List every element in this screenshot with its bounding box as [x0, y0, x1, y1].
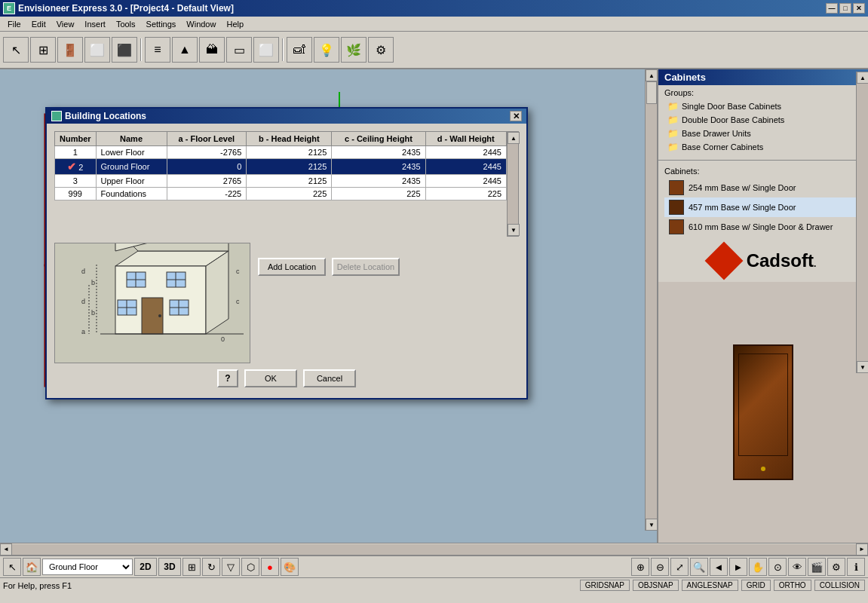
menu-help[interactable]: Help	[222, 18, 248, 30]
dialog-close-button[interactable]: ✕	[510, 111, 522, 121]
delete-location-button[interactable]: Delete Location	[332, 258, 400, 276]
tree-item-double-door[interactable]: 📁 Double Door Base Cabinets	[664, 113, 862, 127]
cabinet-item-610[interactable]: 610 mm Base w/ Single Door & Drawer	[664, 217, 862, 237]
furniture-tool[interactable]: 🛋	[287, 37, 312, 63]
table-row[interactable]: 999 Foundations -225 225 225 225	[55, 188, 507, 200]
rotate-btn[interactable]: ↻	[202, 558, 220, 576]
canvas-area[interactable]: ▲ ▼ Building Locations ✕	[0, 69, 657, 543]
cabinet-tool[interactable]: ▭	[226, 37, 252, 63]
table-row[interactable]: 1 Lower Floor -2765 2125 2435 2445	[55, 146, 507, 159]
row-wall-height: 2445	[425, 146, 506, 159]
row-name: Lower Floor	[96, 146, 167, 159]
2d-button[interactable]: 2D	[134, 558, 157, 576]
scroll-up-btn[interactable]: ▲	[646, 69, 657, 81]
collision-btn[interactable]: COLLISION	[814, 580, 865, 591]
select-tool[interactable]: ↖	[3, 37, 29, 63]
menu-view[interactable]: View	[52, 18, 79, 30]
cube-btn[interactable]: ⬡	[241, 558, 259, 576]
scroll-thumb[interactable]	[646, 81, 657, 104]
table-scroll-down[interactable]: ▼	[508, 224, 520, 236]
ortho-btn[interactable]: ORTHO	[774, 580, 811, 591]
zoom-in[interactable]: ⊕	[631, 558, 649, 576]
roof-tool[interactable]: ▲	[172, 37, 198, 63]
info-btn[interactable]: ℹ	[847, 558, 865, 576]
settings-btn[interactable]: ⚙	[827, 558, 845, 576]
h-scroll-right[interactable]: ►	[856, 543, 868, 556]
add-location-button[interactable]: Add Location	[258, 258, 326, 276]
menu-tools[interactable]: Tools	[112, 18, 140, 30]
cabinet-thumb	[669, 200, 684, 215]
h-scroll-left[interactable]: ◄	[0, 543, 12, 556]
select-arrow[interactable]: ↖	[3, 558, 21, 576]
table-row[interactable]: 3 Upper Floor 2765 2125 2435 2445	[55, 175, 507, 188]
zoom-area[interactable]: 🔍	[690, 558, 708, 576]
table-scroll-up[interactable]: ▲	[508, 132, 520, 144]
row-number: 3	[55, 175, 97, 188]
table-scrollbar[interactable]: ▲ ▼	[507, 131, 519, 237]
pan-prev[interactable]: ◄	[710, 558, 728, 576]
right-scroll-up[interactable]: ▲	[857, 72, 868, 84]
cancel-button[interactable]: Cancel	[303, 369, 356, 387]
pan-tool[interactable]: ✋	[749, 558, 767, 576]
grid-btn-status[interactable]: GRID	[741, 580, 771, 591]
floor-dropdown[interactable]: Ground Floor Lower Floor Upper Floor Fou…	[42, 559, 133, 575]
anglesnap-btn[interactable]: ANGLESNAP	[682, 580, 738, 591]
row-head-height: 2125	[247, 175, 332, 188]
ok-button[interactable]: OK	[244, 369, 297, 387]
row-ceiling-height: 2435	[332, 146, 425, 159]
col-head-height: b - Head Height	[247, 132, 332, 146]
stair-tool[interactable]: ≡	[145, 37, 170, 63]
table-scroll-track	[508, 144, 518, 224]
menu-window[interactable]: Window	[182, 18, 220, 30]
terrain-tool[interactable]: 🏔	[199, 37, 225, 63]
cabinet-name: 610 mm Base w/ Single Door & Drawer	[689, 222, 833, 231]
table-row-selected[interactable]: ✔ 2 Ground Floor 0 2125 2435 2445	[55, 159, 507, 175]
orbit-btn[interactable]: ⊙	[768, 558, 787, 576]
window-tool[interactable]: ⬜	[84, 37, 110, 63]
room-tool[interactable]: ⬛	[112, 37, 137, 63]
menu-settings[interactable]: Settings	[142, 18, 181, 30]
right-scroll-down[interactable]: ▼	[857, 361, 868, 373]
gridsnap-btn[interactable]: GRIDSNAP	[580, 580, 630, 591]
cabinet-item-254[interactable]: 254 mm Base w/ Single Door	[664, 178, 862, 197]
maximize-button[interactable]: □	[839, 3, 851, 14]
minimize-button[interactable]: —	[826, 3, 838, 14]
view-btn[interactable]: 👁	[788, 558, 806, 576]
appliance-tool[interactable]: ⬜	[253, 37, 279, 63]
wall-tool[interactable]: ⊞	[30, 37, 56, 63]
home-btn[interactable]: 🏠	[23, 558, 41, 576]
menu-insert[interactable]: Insert	[80, 18, 110, 30]
menu-file[interactable]: File	[3, 18, 26, 30]
dialog-title-bar[interactable]: Building Locations ✕	[47, 109, 526, 124]
door-tool[interactable]: 🚪	[57, 37, 83, 63]
3d-button[interactable]: 3D	[158, 558, 181, 576]
plant-tool[interactable]: 🌿	[341, 37, 367, 63]
scroll-down-btn[interactable]: ▼	[646, 519, 657, 531]
tree-item-corner[interactable]: 📁 Base Corner Cabinets	[664, 140, 862, 154]
right-panel-scrollbar[interactable]: ▲ ▼	[856, 72, 868, 373]
objsnap-btn[interactable]: OBJSNAP	[633, 580, 679, 591]
light-tool[interactable]: 💡	[314, 37, 339, 63]
zoom-out[interactable]: ⊖	[651, 558, 669, 576]
h-scroll-track	[12, 544, 856, 555]
row-name: Foundations	[96, 188, 167, 200]
col-wall-height: d - Wall Height	[425, 132, 506, 146]
paint-btn[interactable]: 🎨	[281, 558, 299, 576]
pan-next[interactable]: ►	[729, 558, 747, 576]
logo-diamond	[704, 242, 743, 280]
help-button[interactable]: ?	[217, 369, 238, 387]
tree-item-drawer[interactable]: 📁 Base Drawer Units	[664, 127, 862, 140]
canvas-v-scrollbar[interactable]: ▲ ▼	[645, 69, 657, 531]
symbol-tool[interactable]: ⚙	[368, 37, 394, 63]
menu-edit[interactable]: Edit	[27, 18, 51, 30]
filter-btn[interactable]: ▽	[222, 558, 240, 576]
color-btn[interactable]: ●	[261, 558, 279, 576]
zoom-fit[interactable]: ⤢	[670, 558, 689, 576]
svg-text:b: b	[91, 279, 95, 286]
close-button[interactable]: ✕	[853, 3, 865, 14]
tree-item-single-door[interactable]: 📁 Single Door Base Cabinets	[664, 99, 862, 113]
render-btn[interactable]: 🎬	[808, 558, 826, 576]
h-scrollbar[interactable]: ◄ ►	[0, 543, 868, 555]
cabinet-item-457[interactable]: 457 mm Base w/ Single Door	[664, 197, 862, 217]
grid-btn[interactable]: ⊞	[182, 558, 201, 576]
